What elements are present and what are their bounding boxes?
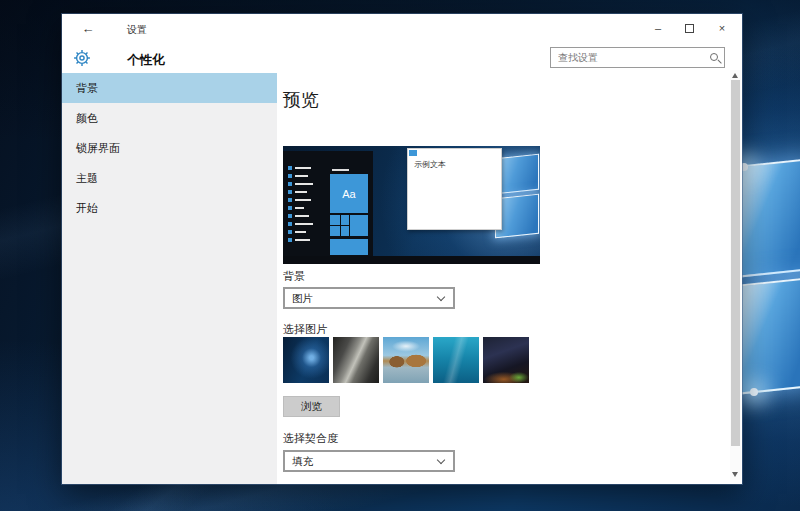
browse-button[interactable]: 浏览 (283, 396, 340, 417)
minimize-icon: – (655, 22, 661, 34)
fit-dropdown[interactable]: 填充 (283, 450, 455, 472)
fit-dropdown-value: 填充 (292, 455, 313, 469)
minimize-button[interactable]: – (644, 18, 672, 39)
gear-icon (73, 49, 91, 67)
search-icon[interactable] (710, 53, 718, 61)
sidebar-item-colors[interactable]: 颜色 (62, 103, 277, 133)
choose-picture-label: 选择图片 (283, 322, 327, 337)
sample-window: 示例文本 (407, 148, 502, 230)
scrollbar[interactable] (730, 70, 741, 480)
search-input[interactable] (551, 48, 724, 67)
picture-thumbnail-beach[interactable] (383, 337, 429, 383)
sidebar-item-start[interactable]: 开始 (62, 193, 277, 223)
preview-heading: 预览 (283, 88, 319, 112)
close-button[interactable]: × (708, 18, 736, 39)
sidebar-item-background[interactable]: 背景 (62, 73, 277, 103)
scroll-up-icon[interactable] (732, 73, 738, 78)
background-dropdown-value: 图片 (292, 292, 313, 306)
mini-tile-title (332, 169, 349, 171)
picture-thumbnail-rock-cliff[interactable] (333, 337, 379, 383)
close-icon: × (719, 22, 725, 34)
background-label: 背景 (283, 269, 305, 284)
page-title: 个性化 (127, 52, 165, 69)
search-box (550, 47, 725, 68)
maximize-icon (685, 24, 694, 33)
sample-window-icon (409, 150, 417, 156)
maximize-button[interactable] (675, 18, 703, 39)
mini-start-menu: Aa (283, 151, 373, 256)
titlebar[interactable]: ← 设置 – × (62, 14, 742, 42)
back-icon: ← (82, 21, 95, 36)
desktop-wallpaper: ← 设置 – × 个性化 背景 (0, 0, 800, 511)
sample-window-text: 示例文本 (414, 159, 446, 170)
settings-window: ← 设置 – × 个性化 背景 (62, 14, 742, 484)
chevron-down-icon (437, 293, 445, 301)
mini-taskbar (283, 256, 540, 264)
picture-thumbnail-hero[interactable] (283, 337, 329, 383)
picture-thumbnail-underwater[interactable] (433, 337, 479, 383)
back-button[interactable]: ← (72, 18, 104, 39)
windows-logo-pane-top (738, 158, 800, 277)
sidebar-item-themes[interactable]: 主题 (62, 163, 277, 193)
chevron-down-icon (437, 456, 445, 464)
mini-tile-aa: Aa (330, 174, 368, 213)
sidebar: 背景 颜色 锁屏界面 主题 开始 (62, 73, 277, 484)
picture-thumbnail-night[interactable] (483, 337, 529, 383)
logo-glow (750, 388, 758, 396)
sidebar-item-lock-screen[interactable]: 锁屏界面 (62, 133, 277, 163)
scrollbar-thumb[interactable] (731, 80, 740, 446)
choose-fit-label: 选择契合度 (283, 431, 338, 446)
scroll-down-icon[interactable] (732, 472, 738, 477)
preview-image: Aa 示例文本 (283, 146, 540, 264)
tile-label: Aa (342, 188, 355, 200)
background-dropdown[interactable]: 图片 (283, 287, 455, 309)
windows-logo-pane-bottom (738, 277, 800, 394)
window-title: 设置 (127, 23, 147, 37)
